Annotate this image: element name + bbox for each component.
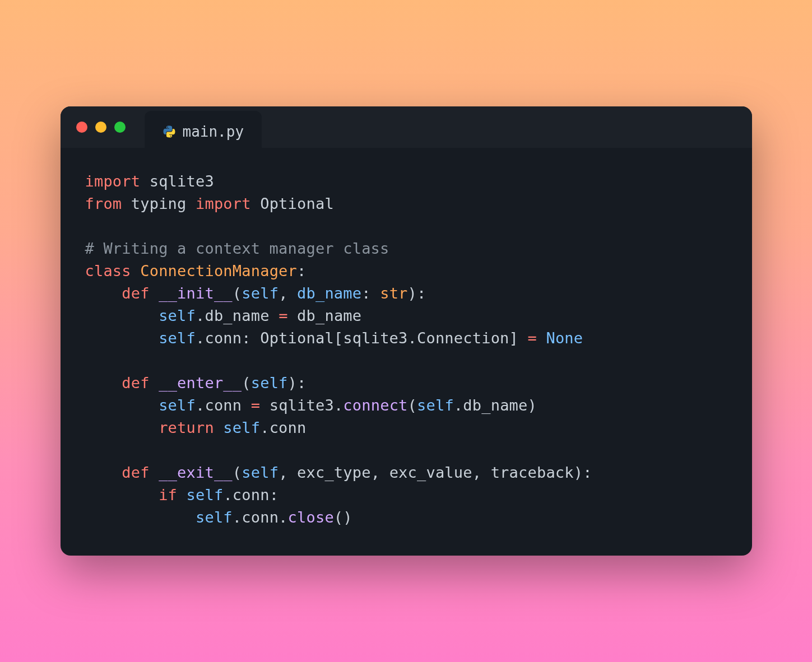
- minimize-icon[interactable]: [95, 122, 106, 133]
- attr-conn: conn: [233, 486, 270, 504]
- attr-conn: conn: [205, 329, 242, 347]
- keyword-def: def: [122, 285, 149, 302]
- func-exit: __exit__: [159, 464, 233, 481]
- code-comment: # Writing a context manager class: [85, 240, 389, 257]
- param-self: self: [242, 285, 279, 302]
- titlebar: main.py: [61, 106, 752, 148]
- module-sqlite3: sqlite3: [150, 173, 214, 190]
- attr-conn: conn: [242, 509, 279, 526]
- ref-self: self: [159, 397, 196, 414]
- keyword-def: def: [122, 374, 149, 391]
- ref-self: self: [159, 329, 196, 347]
- func-close: close: [288, 509, 334, 526]
- type-connection: Connection: [417, 329, 509, 347]
- python-icon: [163, 125, 176, 138]
- attr-conn: conn: [205, 397, 242, 414]
- keyword-class: class: [85, 262, 131, 279]
- param-self: self: [251, 374, 288, 391]
- ref-self: self: [159, 307, 196, 324]
- file-tab[interactable]: main.py: [145, 111, 262, 152]
- ref-self: self: [187, 486, 224, 504]
- keyword-def: def: [122, 464, 149, 481]
- type-optional: Optional: [260, 329, 334, 347]
- window-controls: [76, 122, 126, 133]
- attr-dbname: db_name: [463, 397, 527, 414]
- param-self: self: [242, 464, 279, 481]
- param-dbname: db_name: [297, 285, 361, 302]
- ref-dbname: db_name: [297, 307, 361, 324]
- keyword-if: if: [159, 486, 177, 504]
- ref-sqlite3: sqlite3: [343, 329, 407, 347]
- func-enter: __enter__: [159, 374, 242, 391]
- attr-dbname: db_name: [205, 307, 269, 324]
- func-connect: connect: [343, 397, 407, 414]
- ref-self: self: [223, 419, 260, 436]
- ref-self: self: [196, 509, 233, 526]
- editor-window: main.py import sqlite3 from typing impor…: [61, 106, 752, 555]
- class-name: ConnectionManager: [140, 262, 297, 279]
- param-exc-value: exc_value: [389, 464, 472, 481]
- name-optional: Optional: [260, 195, 334, 212]
- keyword-import: import: [85, 173, 141, 190]
- close-icon[interactable]: [76, 122, 87, 133]
- param-exc-type: exc_type: [297, 464, 371, 481]
- type-str: str: [380, 285, 407, 302]
- keyword-import: import: [196, 195, 251, 212]
- keyword-from: from: [85, 195, 122, 212]
- module-typing: typing: [131, 195, 187, 212]
- code-editor[interactable]: import sqlite3 from typing import Option…: [61, 148, 752, 555]
- attr-conn: conn: [270, 419, 307, 436]
- keyword-return: return: [159, 419, 214, 436]
- maximize-icon[interactable]: [114, 122, 126, 133]
- param-traceback: traceback: [491, 464, 574, 481]
- func-init: __init__: [159, 285, 233, 302]
- tab-filename: main.py: [183, 123, 244, 140]
- ref-sqlite3: sqlite3: [270, 397, 334, 414]
- const-none: None: [546, 329, 583, 347]
- ref-self: self: [417, 397, 454, 414]
